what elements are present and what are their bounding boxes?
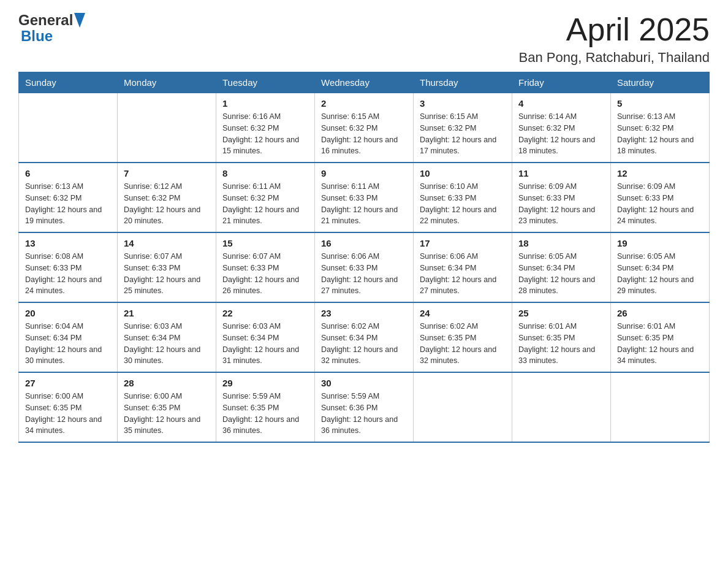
day-number: 11	[518, 168, 604, 178]
daylight-text: Daylight: 12 hours and 24 minutes.	[25, 275, 102, 296]
day-info: Sunrise: 6:00 AM Sunset: 6:35 PM Dayligh…	[124, 391, 210, 437]
sunset-text: Sunset: 6:35 PM	[124, 404, 180, 412]
daylight-text: Daylight: 12 hours and 21 minutes.	[222, 205, 299, 226]
daylight-text: Daylight: 12 hours and 21 minutes.	[321, 205, 398, 226]
sunrise-text: Sunrise: 6:16 AM	[222, 112, 281, 121]
sunset-text: Sunset: 6:33 PM	[124, 264, 180, 272]
daylight-text: Daylight: 12 hours and 32 minutes.	[420, 345, 496, 366]
day-info: Sunrise: 6:02 AM Sunset: 6:34 PM Dayligh…	[321, 321, 407, 367]
day-info: Sunrise: 6:10 AM Sunset: 6:33 PM Dayligh…	[420, 181, 506, 227]
daylight-text: Daylight: 12 hours and 30 minutes.	[25, 345, 102, 366]
calendar-header: SundayMondayTuesdayWednesdayThursdayFrid…	[19, 72, 710, 93]
calendar-cell: 27 Sunrise: 6:00 AM Sunset: 6:35 PM Dayl…	[19, 372, 118, 442]
title-block: April 2025 Ban Pong, Ratchaburi, Thailan…	[519, 12, 710, 66]
day-info: Sunrise: 6:05 AM Sunset: 6:34 PM Dayligh…	[518, 251, 604, 297]
day-info: Sunrise: 6:06 AM Sunset: 6:33 PM Dayligh…	[321, 251, 407, 297]
sunset-text: Sunset: 6:32 PM	[321, 124, 377, 132]
day-info: Sunrise: 6:07 AM Sunset: 6:33 PM Dayligh…	[124, 251, 210, 297]
sunset-text: Sunset: 6:33 PM	[518, 194, 575, 202]
sunset-text: Sunset: 6:32 PM	[222, 194, 279, 202]
daylight-text: Daylight: 12 hours and 19 minutes.	[25, 205, 102, 226]
calendar-cell: 16 Sunrise: 6:06 AM Sunset: 6:33 PM Dayl…	[315, 232, 414, 302]
day-info: Sunrise: 6:04 AM Sunset: 6:34 PM Dayligh…	[25, 321, 111, 367]
day-number: 2	[321, 98, 407, 109]
day-number: 17	[420, 238, 506, 248]
sunset-text: Sunset: 6:34 PM	[25, 334, 82, 342]
header-tuesday: Tuesday	[216, 72, 315, 93]
calendar-cell: 3 Sunrise: 6:15 AM Sunset: 6:32 PM Dayli…	[414, 93, 512, 163]
calendar-cell	[118, 93, 216, 163]
day-number: 7	[124, 168, 210, 178]
sunset-text: Sunset: 6:34 PM	[222, 334, 279, 342]
sunrise-text: Sunrise: 6:08 AM	[25, 252, 83, 261]
daylight-text: Daylight: 12 hours and 26 minutes.	[222, 275, 299, 296]
calendar-cell: 15 Sunrise: 6:07 AM Sunset: 6:33 PM Dayl…	[216, 232, 315, 302]
daylight-text: Daylight: 12 hours and 22 minutes.	[420, 205, 496, 226]
header-wednesday: Wednesday	[315, 72, 414, 93]
daylight-text: Daylight: 12 hours and 18 minutes.	[518, 136, 595, 156]
daylight-text: Daylight: 12 hours and 36 minutes.	[321, 415, 398, 435]
week-row-4: 20 Sunrise: 6:04 AM Sunset: 6:34 PM Dayl…	[19, 302, 710, 372]
calendar-cell: 9 Sunrise: 6:11 AM Sunset: 6:33 PM Dayli…	[315, 163, 414, 232]
svg-marker-0	[74, 13, 85, 28]
sunrise-text: Sunrise: 6:05 AM	[518, 252, 577, 261]
sunrise-text: Sunrise: 5:59 AM	[222, 392, 281, 400]
sunrise-text: Sunrise: 6:09 AM	[617, 182, 675, 191]
sunrise-text: Sunrise: 6:03 AM	[222, 322, 281, 331]
day-info: Sunrise: 6:11 AM Sunset: 6:33 PM Dayligh…	[321, 181, 407, 227]
sunset-text: Sunset: 6:35 PM	[222, 404, 279, 412]
calendar-cell: 28 Sunrise: 6:00 AM Sunset: 6:35 PM Dayl…	[118, 372, 216, 442]
calendar-cell: 26 Sunrise: 6:01 AM Sunset: 6:35 PM Dayl…	[611, 302, 710, 372]
calendar-cell: 1 Sunrise: 6:16 AM Sunset: 6:32 PM Dayli…	[216, 93, 315, 163]
sunrise-text: Sunrise: 5:59 AM	[321, 392, 379, 400]
page-subtitle: Ban Pong, Ratchaburi, Thailand	[519, 50, 710, 66]
day-number: 10	[420, 168, 506, 178]
day-number: 26	[617, 308, 703, 318]
page-title: April 2025	[519, 12, 710, 47]
daylight-text: Daylight: 12 hours and 34 minutes.	[617, 345, 694, 366]
daylight-text: Daylight: 12 hours and 25 minutes.	[124, 275, 200, 296]
day-info: Sunrise: 6:03 AM Sunset: 6:34 PM Dayligh…	[124, 321, 210, 367]
day-info: Sunrise: 5:59 AM Sunset: 6:35 PM Dayligh…	[222, 391, 308, 437]
calendar-cell: 12 Sunrise: 6:09 AM Sunset: 6:33 PM Dayl…	[611, 163, 710, 232]
daylight-text: Daylight: 12 hours and 28 minutes.	[518, 275, 595, 296]
week-row-1: 1 Sunrise: 6:16 AM Sunset: 6:32 PM Dayli…	[19, 93, 710, 163]
page-header: General Blue April 2025 Ban Pong, Ratcha…	[18, 12, 710, 66]
daylight-text: Daylight: 12 hours and 15 minutes.	[222, 136, 299, 156]
week-row-5: 27 Sunrise: 6:00 AM Sunset: 6:35 PM Dayl…	[19, 372, 710, 442]
calendar-cell: 19 Sunrise: 6:05 AM Sunset: 6:34 PM Dayl…	[611, 232, 710, 302]
sunrise-text: Sunrise: 6:07 AM	[222, 252, 281, 261]
sunset-text: Sunset: 6:33 PM	[321, 264, 377, 272]
daylight-text: Daylight: 12 hours and 24 minutes.	[617, 205, 694, 226]
calendar-cell: 25 Sunrise: 6:01 AM Sunset: 6:35 PM Dayl…	[512, 302, 611, 372]
sunrise-text: Sunrise: 6:01 AM	[518, 322, 577, 331]
calendar-cell: 24 Sunrise: 6:02 AM Sunset: 6:35 PM Dayl…	[414, 302, 512, 372]
sunset-text: Sunset: 6:35 PM	[518, 334, 575, 342]
header-monday: Monday	[118, 72, 216, 93]
sunrise-text: Sunrise: 6:00 AM	[25, 392, 83, 400]
header-thursday: Thursday	[414, 72, 512, 93]
day-info: Sunrise: 6:07 AM Sunset: 6:33 PM Dayligh…	[222, 251, 308, 297]
calendar-table: SundayMondayTuesdayWednesdayThursdayFrid…	[18, 72, 710, 443]
week-row-3: 13 Sunrise: 6:08 AM Sunset: 6:33 PM Dayl…	[19, 232, 710, 302]
sunrise-text: Sunrise: 6:03 AM	[124, 322, 182, 331]
daylight-text: Daylight: 12 hours and 29 minutes.	[617, 275, 694, 296]
calendar-cell: 14 Sunrise: 6:07 AM Sunset: 6:33 PM Dayl…	[118, 232, 216, 302]
sunset-text: Sunset: 6:32 PM	[420, 124, 476, 132]
sunset-text: Sunset: 6:34 PM	[420, 264, 476, 272]
day-number: 27	[25, 378, 111, 388]
day-number: 18	[518, 238, 604, 248]
logo: General Blue	[18, 12, 85, 45]
sunrise-text: Sunrise: 6:06 AM	[321, 252, 379, 261]
calendar-cell: 17 Sunrise: 6:06 AM Sunset: 6:34 PM Dayl…	[414, 232, 512, 302]
sunset-text: Sunset: 6:35 PM	[617, 334, 673, 342]
sunrise-text: Sunrise: 6:02 AM	[321, 322, 379, 331]
day-info: Sunrise: 6:01 AM Sunset: 6:35 PM Dayligh…	[518, 321, 604, 367]
day-number: 24	[420, 308, 506, 318]
calendar-cell	[512, 372, 611, 442]
day-info: Sunrise: 6:01 AM Sunset: 6:35 PM Dayligh…	[617, 321, 703, 367]
day-info: Sunrise: 6:06 AM Sunset: 6:34 PM Dayligh…	[420, 251, 506, 297]
day-number: 19	[617, 238, 703, 248]
daylight-text: Daylight: 12 hours and 23 minutes.	[518, 205, 595, 226]
sunrise-text: Sunrise: 6:15 AM	[321, 112, 379, 121]
